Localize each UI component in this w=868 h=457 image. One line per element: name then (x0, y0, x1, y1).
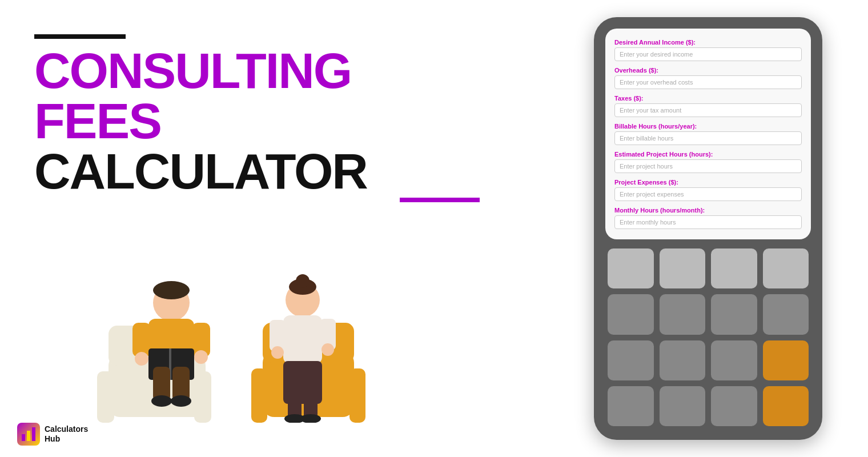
calc-btn-0[interactable] (608, 248, 654, 288)
input-billable-hours[interactable] (614, 131, 802, 145)
calculator-body: Desired Annual Income ($):Overheads ($):… (594, 17, 822, 440)
calc-btn-15[interactable] (763, 386, 809, 426)
title-calculator: CALCULATOR (34, 146, 367, 197)
logo-text: Calculators Hub (45, 424, 88, 444)
calc-btn-2[interactable] (711, 248, 757, 288)
svg-rect-29 (283, 361, 322, 404)
svg-rect-6 (349, 368, 365, 423)
calc-btn-12[interactable] (608, 386, 654, 426)
calc-btn-13[interactable] (660, 386, 706, 426)
svg-point-19 (151, 395, 172, 407)
label-billable-hours: Billable Hours (hours/year): (614, 123, 802, 130)
title-calculator-row: CALCULATOR (34, 146, 514, 197)
calc-btn-9[interactable] (660, 340, 706, 380)
svg-rect-5 (251, 368, 267, 423)
label-monthly-hours: Monthly Hours (hours/month): (614, 207, 802, 214)
title-bar-decoration (34, 34, 126, 39)
calc-btn-3[interactable] (763, 248, 809, 288)
calculator-screen: Desired Annual Income ($):Overheads ($):… (605, 29, 811, 239)
calc-btn-8[interactable] (608, 340, 654, 380)
illustration-area (91, 257, 377, 423)
svg-rect-38 (32, 427, 35, 441)
title-fees: FEES (34, 96, 514, 146)
svg-rect-34 (296, 419, 298, 423)
svg-rect-2 (194, 371, 211, 423)
field-group-project-expenses: Project Expenses ($): (614, 179, 802, 201)
calc-btn-14[interactable] (711, 386, 757, 426)
field-group-billable-hours: Billable Hours (hours/year): (614, 123, 802, 145)
svg-rect-37 (27, 431, 30, 441)
field-group-overheads: Overheads ($): (614, 67, 802, 89)
svg-rect-24 (283, 315, 322, 364)
fields-container: Desired Annual Income ($):Overheads ($):… (614, 39, 802, 229)
calc-btn-10[interactable] (711, 340, 757, 380)
logo-icon (17, 423, 40, 446)
field-group-taxes: Taxes ($): (614, 95, 802, 117)
calc-btn-7[interactable] (763, 294, 809, 334)
field-group-project-hours: Estimated Project Hours (hours): (614, 151, 802, 173)
svg-point-27 (271, 346, 284, 359)
calc-btn-5[interactable] (660, 294, 706, 334)
label-project-expenses: Project Expenses ($): (614, 179, 802, 186)
calc-btn-11[interactable] (763, 340, 809, 380)
field-group-desired-income: Desired Annual Income ($): (614, 39, 802, 61)
input-taxes[interactable] (614, 103, 802, 117)
input-monthly-hours[interactable] (614, 215, 802, 229)
calc-btn-1[interactable] (660, 248, 706, 288)
calc-btn-6[interactable] (711, 294, 757, 334)
calc-buttons-grid (605, 246, 811, 428)
logo: Calculators Hub (17, 423, 88, 446)
label-project-hours: Estimated Project Hours (hours): (614, 151, 802, 158)
input-project-hours[interactable] (614, 159, 802, 173)
right-section: Desired Annual Income ($):Overheads ($):… (548, 0, 868, 457)
label-overheads: Overheads ($): (614, 67, 802, 74)
input-overheads[interactable] (614, 75, 802, 89)
calculator-underline-decoration (400, 198, 480, 202)
svg-rect-36 (22, 434, 25, 441)
svg-point-28 (322, 343, 334, 356)
label-desired-income: Desired Annual Income ($): (614, 39, 802, 46)
illustration-svg (91, 257, 377, 423)
logo-calculators-text: Calculators (45, 424, 88, 434)
svg-point-20 (171, 395, 191, 407)
title-block: CONSULTING FEES CALCULATOR (34, 34, 514, 197)
svg-rect-35 (312, 419, 314, 423)
label-taxes: Taxes ($): (614, 95, 802, 102)
title-consulting: CONSULTING (34, 46, 514, 96)
input-desired-income[interactable] (614, 47, 802, 61)
field-group-monthly-hours: Monthly Hours (hours/month): (614, 207, 802, 229)
calc-btn-4[interactable] (608, 294, 654, 334)
logo-hub-text: Hub (45, 434, 88, 444)
left-section: CONSULTING FEES CALCULATOR (0, 0, 548, 457)
svg-point-23 (296, 274, 310, 288)
svg-point-13 (135, 352, 148, 366)
svg-rect-1 (97, 371, 114, 423)
svg-point-9 (153, 281, 190, 299)
input-project-expenses[interactable] (614, 187, 802, 201)
svg-point-14 (194, 350, 208, 364)
